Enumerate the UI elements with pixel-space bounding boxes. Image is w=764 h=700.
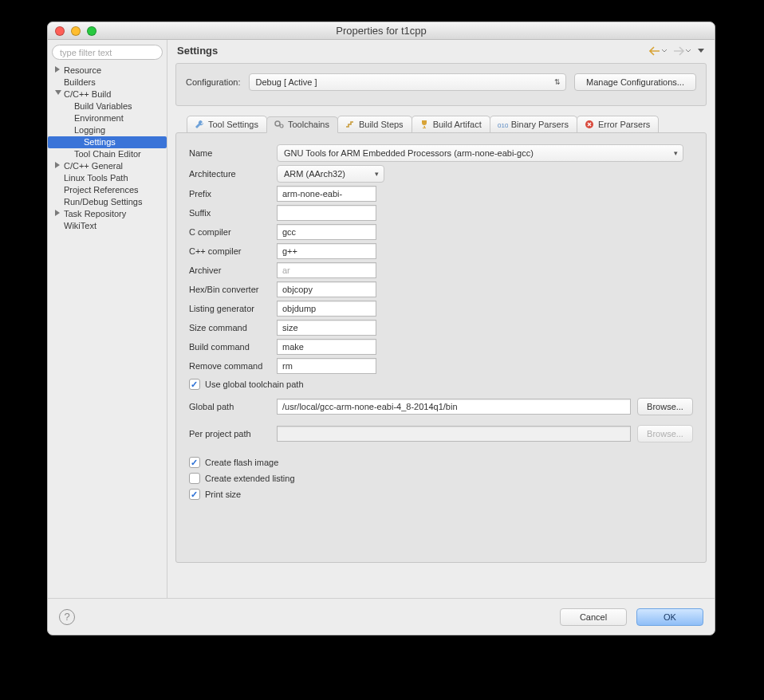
tree-item[interactable]: C/C++ General bbox=[52, 160, 163, 172]
tree-item[interactable]: Logging bbox=[52, 124, 163, 136]
tab-error-parsers[interactable]: Error Parsers bbox=[577, 116, 659, 132]
archiver-input[interactable] bbox=[277, 262, 376, 278]
tree-item[interactable]: Environment bbox=[52, 112, 163, 124]
tree-item-label: Project References bbox=[64, 185, 139, 195]
main-panel: Settings Configuration: Debug [ Ac bbox=[167, 40, 715, 598]
size-command-input[interactable] bbox=[277, 320, 376, 336]
disclosure-right-icon[interactable] bbox=[55, 162, 62, 169]
nav-tree: ResourceBuildersC/C++ BuildBuild Variabl… bbox=[52, 65, 163, 232]
tree-item[interactable]: Project References bbox=[52, 184, 163, 196]
name-label: Name bbox=[189, 148, 277, 158]
use-global-toolchain-checkbox[interactable] bbox=[189, 379, 200, 390]
chevron-down-icon: ▾ bbox=[375, 170, 379, 178]
tab-binary-parsers[interactable]: 010 Binary Parsers bbox=[490, 116, 577, 132]
configuration-select[interactable]: Debug [ Active ] ⇅ bbox=[249, 73, 567, 91]
size-command-label: Size command bbox=[189, 323, 277, 332]
tree-item[interactable]: Build Variables bbox=[52, 100, 163, 112]
cpp-compiler-input[interactable] bbox=[277, 243, 376, 259]
tabstrip: Tool Settings Toolchains Build Steps Bui… bbox=[187, 116, 707, 132]
cancel-button[interactable]: Cancel bbox=[560, 608, 627, 626]
listing-generator-label: Listing generator bbox=[189, 304, 277, 313]
disclosure-down-icon[interactable] bbox=[55, 90, 62, 97]
titlebar[interactable]: Properties for t1cpp bbox=[48, 22, 715, 40]
remove-command-label: Remove command bbox=[189, 361, 277, 371]
global-path-input[interactable] bbox=[277, 399, 631, 415]
archiver-label: Archiver bbox=[189, 265, 277, 275]
dialog-footer: ? Cancel OK bbox=[48, 598, 715, 635]
tree-item[interactable]: Builders bbox=[52, 77, 163, 88]
tab-tool-settings[interactable]: Tool Settings bbox=[187, 116, 267, 132]
architecture-select[interactable]: ARM (AArch32) ▾ bbox=[277, 165, 384, 183]
tree-item[interactable]: WikiText bbox=[52, 220, 163, 232]
cpp-compiler-label: C++ compiler bbox=[189, 246, 277, 256]
name-select[interactable]: GNU Tools for ARM Embedded Processors (a… bbox=[277, 144, 683, 162]
remove-command-input[interactable] bbox=[277, 358, 376, 374]
tree-item[interactable]: C/C++ Build bbox=[52, 88, 163, 100]
binary-icon: 010 bbox=[497, 119, 508, 130]
filter-placeholder: type filter text bbox=[60, 48, 112, 57]
per-project-path-input bbox=[277, 426, 631, 442]
tree-item-label: Tool Chain Editor bbox=[74, 149, 141, 159]
chevron-updown-icon: ⇅ bbox=[554, 78, 561, 86]
c-compiler-label: C compiler bbox=[189, 227, 277, 237]
sidebar: type filter text ResourceBuildersC/C++ B… bbox=[48, 40, 167, 598]
suffix-input[interactable] bbox=[277, 205, 376, 221]
page-title: Settings bbox=[177, 45, 649, 57]
svg-point-1 bbox=[280, 124, 283, 128]
c-compiler-input[interactable] bbox=[277, 224, 376, 240]
tab-build-steps[interactable]: Build Steps bbox=[337, 116, 412, 132]
window-body: type filter text ResourceBuildersC/C++ B… bbox=[48, 40, 715, 598]
create-flash-image-checkbox[interactable] bbox=[189, 457, 200, 468]
listing-generator-input[interactable] bbox=[277, 301, 376, 317]
filter-input[interactable]: type filter text bbox=[52, 45, 163, 60]
configuration-label: Configuration: bbox=[186, 77, 241, 87]
tree-item-label: C/C++ Build bbox=[64, 89, 111, 99]
toolchains-panel: Name GNU Tools for ARM Embedded Processo… bbox=[175, 132, 707, 563]
global-path-browse-button[interactable]: Browse... bbox=[637, 398, 693, 415]
tree-item[interactable]: Resource bbox=[52, 65, 163, 77]
tree-item[interactable]: Tool Chain Editor bbox=[52, 148, 163, 160]
tree-item-label: Build Variables bbox=[74, 101, 132, 111]
configuration-box: Configuration: Debug [ Active ] ⇅ Manage… bbox=[175, 63, 707, 106]
tree-item[interactable]: Linux Tools Path bbox=[52, 172, 163, 184]
manage-configurations-button[interactable]: Manage Configurations... bbox=[574, 73, 696, 91]
prefix-input[interactable] bbox=[277, 186, 376, 202]
tree-item[interactable]: Run/Debug Settings bbox=[52, 196, 163, 208]
trophy-icon bbox=[419, 119, 430, 130]
print-size-checkbox[interactable] bbox=[189, 489, 200, 500]
menu-dropdown-icon[interactable] bbox=[697, 46, 705, 56]
window-title: Properties for t1cpp bbox=[48, 25, 715, 37]
build-command-label: Build command bbox=[189, 342, 277, 352]
settings-tabs: Tool Settings Toolchains Build Steps Bui… bbox=[175, 116, 707, 563]
architecture-label: Architecture bbox=[189, 169, 277, 179]
disclosure-right-icon[interactable] bbox=[55, 210, 62, 217]
steps-icon bbox=[345, 119, 356, 130]
create-extended-listing-checkbox[interactable] bbox=[189, 473, 200, 484]
disclosure-right-icon[interactable] bbox=[55, 66, 62, 73]
suffix-label: Suffix bbox=[189, 208, 277, 218]
tree-item-label: Task Repository bbox=[64, 209, 126, 218]
heading-row: Settings bbox=[167, 40, 715, 60]
tree-item[interactable]: Settings bbox=[48, 136, 167, 148]
ok-button[interactable]: OK bbox=[636, 608, 703, 626]
build-command-input[interactable] bbox=[277, 339, 376, 355]
tree-item[interactable]: Task Repository bbox=[52, 208, 163, 220]
per-project-path-label: Per project path bbox=[189, 429, 277, 438]
tree-item-label: Resource bbox=[64, 65, 101, 75]
forward-button[interactable] bbox=[673, 46, 691, 56]
tree-item-label: Logging bbox=[74, 125, 105, 135]
svg-point-0 bbox=[275, 121, 280, 126]
use-global-toolchain-label: Use global toolchain path bbox=[205, 379, 304, 389]
tab-toolchains[interactable]: Toolchains bbox=[266, 116, 338, 133]
tree-item-label: Run/Debug Settings bbox=[64, 197, 142, 206]
wrench-icon bbox=[194, 119, 205, 130]
tab-build-artifact[interactable]: Build Artifact bbox=[412, 116, 490, 132]
hex-converter-label: Hex/Bin converter bbox=[189, 285, 277, 294]
tree-item-label: Builders bbox=[64, 77, 96, 87]
chevron-down-icon: ▾ bbox=[674, 149, 678, 157]
tree-item-label: Linux Tools Path bbox=[64, 173, 128, 183]
per-project-path-browse-button: Browse... bbox=[637, 425, 693, 442]
hex-converter-input[interactable] bbox=[277, 281, 376, 297]
help-icon[interactable]: ? bbox=[59, 609, 75, 625]
back-button[interactable] bbox=[649, 46, 667, 56]
